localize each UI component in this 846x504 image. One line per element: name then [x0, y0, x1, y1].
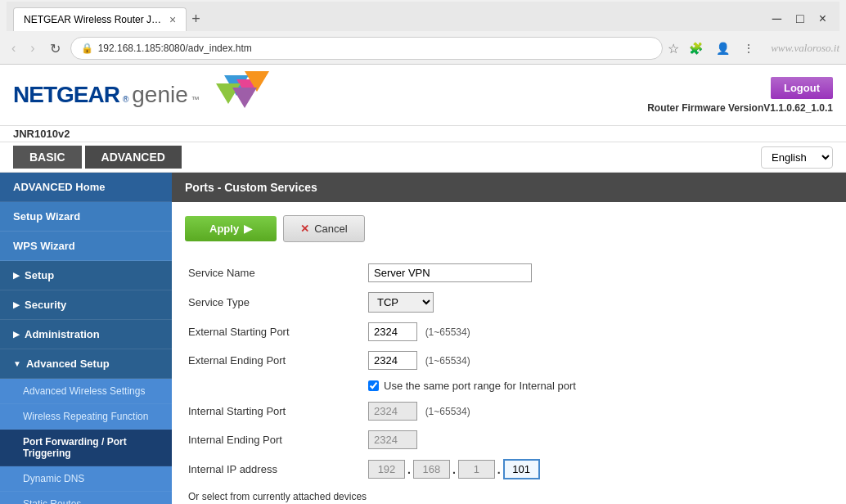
logout-button[interactable]: Logout [771, 77, 833, 99]
ip-octet-2[interactable] [413, 460, 450, 479]
arrow-icon-security: ▶ [13, 300, 20, 309]
sidebar-item-static-routes[interactable]: Static Routes [0, 492, 172, 504]
same-port-row: Use the same port range for Internal por… [185, 375, 833, 397]
service-name-label: Service Name [185, 259, 365, 287]
int-start-input[interactable] [368, 402, 417, 421]
profile-button[interactable]: 👤 [711, 40, 735, 56]
browser-tab[interactable]: NETGEAR Wireless Router JNR1010v... × [13, 7, 187, 31]
nav-tabs: BASIC ADVANCED EnglishEspañolDeutschFran… [0, 142, 846, 173]
logo-triangles [200, 71, 273, 119]
ext-start-range: (1~65534) [425, 326, 470, 338]
logo-trademark: ™ [191, 95, 200, 104]
service-name-row: Service Name [185, 259, 833, 287]
sidebar-item-wps-wizard[interactable]: WPS Wizard [0, 232, 172, 261]
sidebar-sub-menu: Advanced Wireless Settings Wireless Repe… [0, 379, 172, 504]
page-title: Ports - Custom Services [185, 181, 317, 194]
maximize-button[interactable]: □ [790, 10, 811, 28]
sidebar: ADVANCED Home Setup Wizard WPS Wizard ▶ … [0, 173, 172, 504]
forward-button[interactable]: › [25, 39, 39, 57]
ip-octet-4[interactable] [503, 459, 540, 479]
service-type-label: Service Type [185, 287, 365, 317]
tab-close-btn[interactable]: × [169, 13, 176, 26]
arrow-icon-advanced: ▼ [13, 359, 21, 368]
watermark: www.valoroso.it [771, 42, 839, 55]
ext-end-row: External Ending Port (1~65534) [185, 346, 833, 375]
int-end-row: Internal Ending Port [185, 425, 833, 454]
ext-end-input[interactable] [368, 351, 417, 370]
ext-start-input[interactable] [368, 322, 417, 341]
ip-dot-2: . [452, 463, 456, 476]
ext-start-label: External Starting Port [185, 317, 365, 346]
service-type-select[interactable]: TCP UDP TCP/UDP [368, 292, 434, 313]
cancel-button[interactable]: ✕ Cancel [283, 215, 364, 242]
main-layout: ADVANCED Home Setup Wizard WPS Wizard ▶ … [0, 173, 846, 504]
same-port-label: Use the same port range for Internal por… [368, 380, 830, 392]
new-tab-button[interactable]: + [187, 11, 205, 28]
int-end-label: Internal Ending Port [185, 425, 365, 454]
sidebar-item-setup-wizard[interactable]: Setup Wizard [0, 202, 172, 232]
int-start-range: (1~65534) [425, 406, 470, 417]
svg-marker-4 [232, 88, 257, 108]
firmware-info: Router Firmware VersionV1.1.0.62_1.0.1 [647, 102, 833, 114]
apply-button[interactable]: Apply ▶ [185, 216, 277, 241]
refresh-button[interactable]: ↻ [45, 39, 65, 58]
ext-end-label: External Ending Port [185, 346, 365, 375]
sidebar-item-dynamic-dns[interactable]: Dynamic DNS [0, 466, 172, 492]
router-header: NETGEAR® genie™ Logout Router Firmware V… [0, 65, 846, 126]
header-right: Logout Router Firmware VersionV1.1.0.62_… [647, 77, 833, 114]
netgear-logo: NETGEAR® genie™ [13, 82, 200, 108]
content-header: Ports - Custom Services [172, 173, 846, 202]
ip-address-inputs: . . . [368, 459, 830, 479]
address-text: 192.168.1.185:8080/adv_index.htm [98, 43, 252, 54]
ip-octet-1[interactable] [368, 460, 405, 479]
tab-title: NETGEAR Wireless Router JNR1010v... [24, 14, 163, 25]
ext-end-range: (1~65534) [425, 355, 470, 367]
menu-button[interactable]: ⋮ [738, 40, 759, 56]
window-close-button[interactable]: × [812, 10, 833, 28]
arrow-icon-admin: ▶ [13, 330, 20, 339]
form-table: Service Name Service Type TCP UDP TCP/UD… [185, 259, 833, 484]
action-bar: Apply ▶ ✕ Cancel [185, 215, 833, 242]
sidebar-item-administration[interactable]: ▶ Administration [0, 320, 172, 349]
logo-reg: ® [123, 95, 128, 104]
service-name-input[interactable] [368, 263, 532, 282]
extensions-button[interactable]: 🧩 [684, 40, 708, 56]
int-start-label: Internal Starting Port [185, 397, 365, 425]
ip-dot-3: . [497, 463, 501, 476]
sidebar-item-advanced-setup[interactable]: ▼ Advanced Setup [0, 349, 172, 379]
same-port-checkbox[interactable] [368, 380, 379, 391]
sidebar-item-advanced-home[interactable]: ADVANCED Home [0, 173, 172, 202]
content-area: Ports - Custom Services Apply ▶ ✕ Cancel… [172, 173, 846, 504]
int-end-input[interactable] [368, 430, 417, 449]
sidebar-item-port-forwarding[interactable]: Port Forwarding / Port Triggering [0, 430, 172, 466]
bookmark-button[interactable]: ☆ [668, 41, 679, 56]
tab-advanced[interactable]: ADVANCED [85, 146, 182, 169]
cancel-x-icon: ✕ [300, 223, 309, 235]
logo-triangle-svg [200, 71, 273, 116]
ext-start-row: External Starting Port (1~65534) [185, 317, 833, 346]
service-type-row: Service Type TCP UDP TCP/UDP [185, 287, 833, 317]
language-select[interactable]: EnglishEspañolDeutschFrançais [761, 146, 833, 169]
logo-genie-text: genie [132, 82, 188, 108]
content-body: Apply ▶ ✕ Cancel Service Name Service T [172, 202, 846, 504]
tab-basic[interactable]: BASIC [13, 146, 82, 169]
back-button[interactable]: ‹ [7, 39, 20, 57]
ip-dot-1: . [407, 463, 411, 476]
minimize-button[interactable]: ─ [766, 10, 788, 28]
model-name: JNR1010v2 [13, 128, 70, 140]
ip-address-row: Internal IP address . . . [185, 454, 833, 484]
security-icon: 🔒 [81, 43, 93, 54]
apply-arrow-icon: ▶ [244, 223, 252, 235]
sidebar-item-advanced-wireless[interactable]: Advanced Wireless Settings [0, 379, 172, 404]
or-select-text: Or select from currently attached device… [185, 491, 833, 502]
address-bar-field[interactable]: 🔒 192.168.1.185:8080/adv_index.htm [70, 37, 664, 60]
ip-label: Internal IP address [185, 454, 365, 484]
logo-netgear-text: NETGEAR [13, 82, 119, 108]
sidebar-item-setup[interactable]: ▶ Setup [0, 261, 172, 290]
arrow-icon: ▶ [13, 271, 20, 280]
sidebar-item-security[interactable]: ▶ Security [0, 290, 172, 320]
ip-octet-3[interactable] [458, 460, 495, 479]
int-start-row: Internal Starting Port (1~65534) [185, 397, 833, 425]
sidebar-item-wireless-repeating[interactable]: Wireless Repeating Function [0, 404, 172, 430]
